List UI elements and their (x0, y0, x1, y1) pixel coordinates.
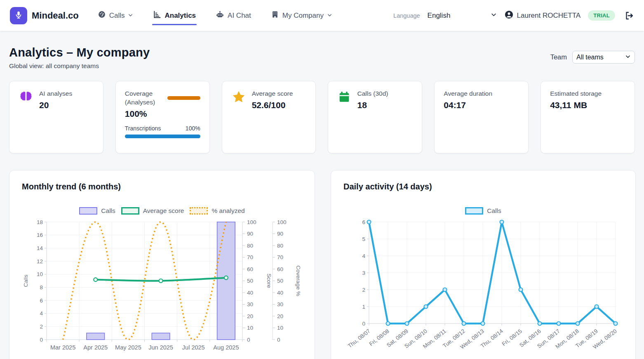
svg-text:10: 10 (277, 325, 283, 331)
nav-item-ai-chat[interactable]: AI Chat (216, 0, 251, 31)
svg-text:6: 6 (362, 219, 365, 225)
svg-text:80: 80 (277, 243, 283, 249)
chevron-down-icon (491, 12, 497, 20)
stat-card-ai-analyses: AI analyses 20 (9, 81, 103, 154)
stat-label: AI analyses (39, 90, 72, 98)
chevron-down-icon (625, 54, 631, 61)
nav-item-calls[interactable]: Calls (98, 0, 134, 31)
stat-value: 52.6/100 (252, 100, 293, 110)
svg-text:40: 40 (277, 290, 283, 296)
monthly-chart-title: Monthly trend (6 months) (22, 182, 302, 191)
daily-chart-title: Daily activity (14 days) (343, 182, 623, 191)
svg-text:Score: Score (266, 274, 272, 288)
svg-text:90: 90 (247, 231, 253, 237)
daily-calls-swatch (465, 207, 483, 215)
nav-label: My Company (282, 12, 324, 20)
svg-text:40: 40 (247, 290, 253, 296)
score-axis: 0102030405060708090100Score (242, 219, 272, 343)
nav-label: Calls (109, 12, 125, 20)
svg-text:70: 70 (247, 254, 253, 260)
language-label: Language (393, 12, 420, 19)
dial-icon (98, 10, 106, 21)
svg-text:70: 70 (277, 254, 283, 260)
calendar-icon (337, 90, 351, 105)
calls-axis-label: Calls (23, 274, 29, 287)
charts-grid: Monthly trend (6 months) Calls Average s… (9, 170, 635, 359)
legend-label: % analyzed (212, 207, 244, 215)
stat-value: 100% (125, 109, 200, 119)
svg-text:0: 0 (362, 321, 365, 327)
svg-text:30: 30 (247, 301, 253, 307)
svg-text:50: 50 (277, 278, 283, 284)
coverage-analyses-bar (167, 96, 200, 100)
stat-value: 04:17 (444, 100, 519, 110)
coverage-axis: 0102030405060708090100Coverage % (273, 219, 301, 343)
svg-text:90: 90 (277, 231, 283, 237)
brain-icon (19, 90, 33, 106)
stat-card-calls-30d: Calls (30d) 18 (328, 81, 422, 154)
app-logo[interactable] (10, 7, 27, 24)
pct-analyzed-swatch (190, 207, 208, 215)
building-icon (271, 10, 279, 21)
svg-text:0: 0 (40, 337, 43, 343)
svg-text:2: 2 (362, 287, 365, 293)
daily-activity-card: Daily activity (14 days) Calls 0123456Th… (331, 170, 636, 359)
svg-text:1: 1 (362, 304, 365, 310)
svg-text:60: 60 (277, 266, 283, 272)
legend-item-pct-analyzed[interactable]: % analyzed (190, 207, 244, 215)
stats-grid: AI analyses 20 Coverage (Analyses) 100% … (9, 81, 635, 154)
page-title: Analytics – My company (9, 46, 150, 59)
svg-text:80: 80 (247, 243, 253, 249)
svg-text:60: 60 (247, 266, 253, 272)
svg-text:16: 16 (37, 232, 43, 238)
day-labels: Thu, 08/07Fri, 08/08Sat, 08/09Sun, 08/10… (347, 328, 618, 350)
logout-button[interactable] (624, 11, 634, 21)
stat-value: 18 (357, 100, 388, 110)
nav-label: AI Chat (228, 12, 251, 20)
language-select[interactable]: English (428, 12, 497, 20)
brand-name[interactable]: Mindeal.co (32, 10, 79, 21)
user-name: Laurent ROCHETTA (517, 12, 581, 20)
svg-text:10: 10 (37, 271, 43, 277)
svg-text:20: 20 (247, 313, 253, 319)
svg-text:8: 8 (40, 284, 43, 291)
svg-text:Thu, 08/07: Thu, 08/07 (347, 328, 371, 350)
team-picker: Team All teams (550, 51, 635, 64)
stat-label: Coverage (Analyses) (125, 90, 163, 107)
team-value: All teams (576, 54, 604, 61)
legend-item-daily-calls[interactable]: Calls (465, 207, 501, 215)
legend-label: Calls (487, 207, 501, 215)
svg-text:12: 12 (37, 258, 43, 265)
stat-label: Average duration (444, 90, 519, 98)
legend-label: Calls (101, 207, 115, 215)
stat-label: Calls (30d) (357, 90, 388, 98)
robot-icon (216, 10, 224, 21)
legend-item-average-score[interactable]: Average score (121, 207, 184, 215)
svg-text:0: 0 (277, 337, 280, 343)
stat-card-average-score: Average score 52.6/100 (222, 81, 316, 154)
svg-text:0: 0 (247, 337, 250, 343)
svg-text:20: 20 (277, 313, 283, 319)
svg-text:10: 10 (247, 325, 253, 331)
svg-text:2: 2 (40, 324, 43, 330)
nav-item-my-company[interactable]: My Company (271, 0, 332, 31)
daily-activity-chart: 0123456Thu, 08/07Fri, 08/08Sat, 08/09Sun… (343, 219, 624, 359)
svg-text:30: 30 (277, 301, 283, 307)
svg-text:18: 18 (37, 219, 43, 225)
svg-text:100: 100 (277, 219, 287, 225)
svg-text:Jul 2025: Jul 2025 (182, 344, 205, 351)
svg-text:May 2025: May 2025 (115, 344, 141, 351)
language-value: English (428, 12, 451, 20)
user-menu[interactable]: Laurent ROCHETTA (504, 10, 581, 21)
svg-text:4: 4 (40, 310, 43, 316)
stat-card-average-duration: Average duration 04:17 (434, 81, 529, 154)
microphone-icon (14, 10, 23, 21)
team-select[interactable]: All teams (572, 51, 635, 64)
svg-text:5: 5 (362, 236, 365, 242)
navbar-right: Language English Laurent ROCHETTA TRIAL (393, 10, 634, 21)
legend-item-calls[interactable]: Calls (79, 207, 115, 215)
navbar: Mindeal.co Calls Analytics (0, 0, 644, 31)
page-header: Analytics – My company Global view: all … (0, 31, 644, 70)
nav-item-analytics[interactable]: Analytics (153, 0, 196, 31)
legend-label: Average score (143, 207, 184, 215)
